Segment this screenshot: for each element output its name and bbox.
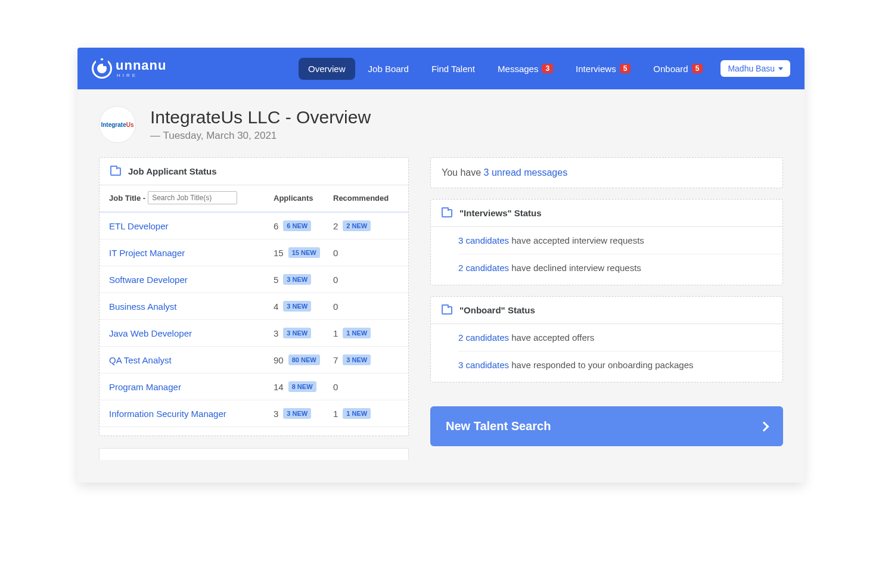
applicants-count: 90: [274, 355, 284, 365]
status-item: 2 candidates have declined interview req…: [458, 254, 782, 281]
table-row: IT Project Manager1515 NEW0: [100, 239, 408, 266]
recommended-new-badge: 1 NEW: [343, 328, 371, 338]
recommended-cell: 73 NEW: [333, 354, 399, 365]
cta-label: New Talent Search: [446, 419, 551, 433]
nav-label: Onboard: [653, 64, 688, 74]
recommended-count: 7: [333, 355, 338, 365]
table-row: Business Analyst43 NEW0: [100, 293, 408, 320]
table-row: ETL Developer66 NEW22 NEW: [100, 213, 408, 239]
status-item: 3 candidates have accepted interview req…: [458, 227, 782, 254]
brand-logo[interactable]: unnanu HIRE: [92, 58, 166, 79]
nav-items: Overview Job Board Find Talent Messages …: [299, 58, 790, 80]
job-title-label: Job Title -: [109, 194, 145, 203]
nav-badge-onboard: 5: [692, 64, 703, 73]
user-name: Madhu Basu: [728, 64, 775, 73]
recommended-new-badge: 1 NEW: [343, 408, 371, 419]
status-text: have accepted interview requests: [509, 235, 644, 245]
page-header: IntegrateUs IntegrateUs LLC - Overview —…: [99, 106, 783, 143]
applicants-cell: 9080 NEW: [274, 354, 333, 365]
interviews-panel-title: "Interviews" Status: [459, 208, 542, 218]
unread-messages-link[interactable]: 3 unread messages: [484, 167, 568, 178]
unread-messages-text: You have 3 unread messages: [442, 167, 567, 178]
next-panel-peek: [99, 448, 409, 460]
job-title-link[interactable]: IT Project Manager: [109, 248, 274, 258]
recommended-cell: 11 NEW: [333, 328, 399, 338]
table-row: QA Test Analyst9080 NEW73 NEW: [100, 347, 408, 374]
status-text: have declined interview requests: [509, 263, 641, 273]
nav-badge-interviews: 5: [620, 64, 631, 73]
page-date: — Tuesday, March 30, 2021: [150, 130, 371, 142]
job-title-link[interactable]: QA Test Analyst: [109, 355, 274, 365]
table-row: Program Manager148 NEW0: [100, 374, 408, 400]
nav-find-talent[interactable]: Find Talent: [422, 58, 485, 80]
status-text: have responded to your onboarding packag…: [509, 360, 693, 370]
brand-logo-icon: [92, 58, 112, 79]
applicants-new-badge: 3 NEW: [283, 274, 311, 285]
recommended-count: 0: [333, 382, 338, 392]
applicants-cell: 66 NEW: [274, 220, 333, 231]
recommended-cell: 0: [333, 382, 399, 392]
nav-messages[interactable]: Messages 3: [488, 58, 563, 80]
candidates-link[interactable]: 2 candidates: [458, 263, 509, 273]
recommended-count: 0: [333, 275, 338, 285]
job-table-header: Job Title - Applicants Recommended: [100, 185, 408, 213]
company-logo: IntegrateUs: [99, 106, 136, 143]
recommended-cell: 0: [333, 275, 399, 285]
recommended-new-badge: 3 NEW: [343, 354, 371, 365]
applicants-cell: 33 NEW: [274, 408, 333, 419]
folder-icon: [110, 167, 121, 176]
nav-interviews[interactable]: Interviews 5: [566, 58, 640, 80]
table-row: Information Security Manager33 NEW11 NEW: [100, 400, 408, 427]
applicants-cell: 53 NEW: [274, 274, 333, 285]
status-item: 3 candidates have responded to your onbo…: [458, 351, 782, 378]
candidates-link[interactable]: 3 candidates: [458, 235, 509, 245]
recommended-count: 1: [333, 409, 338, 419]
col-header-applicants: Applicants: [274, 194, 333, 203]
nav-badge-messages: 3: [542, 64, 553, 73]
job-applicant-status-panel: Job Applicant Status Job Title - Applica…: [99, 157, 409, 436]
applicants-new-badge: 3 NEW: [283, 408, 311, 419]
nav-overview[interactable]: Overview: [299, 58, 355, 80]
interviews-status-panel: "Interviews" Status 3 candidates have ac…: [430, 199, 783, 285]
applicants-count: 6: [274, 221, 278, 231]
applicants-count: 15: [274, 248, 284, 258]
applicants-cell: 148 NEW: [274, 381, 333, 392]
job-rows[interactable]: ETL Developer66 NEW22 NEWIT Project Mana…: [100, 213, 408, 435]
navbar: unnanu HIRE Overview Job Board Find Tale…: [77, 48, 805, 89]
job-title-link[interactable]: Program Manager: [109, 382, 274, 392]
chevron-right-icon: [759, 421, 769, 431]
job-title-link[interactable]: Information Security Manager: [109, 409, 274, 419]
candidates-link[interactable]: 3 candidates: [458, 360, 509, 370]
job-title-link[interactable]: ETL Developer: [109, 221, 274, 231]
applicants-cell: 33 NEW: [274, 328, 333, 338]
applicants-count: 14: [274, 382, 284, 392]
job-title-link[interactable]: Business Analyst: [109, 301, 274, 312]
nav-job-board[interactable]: Job Board: [359, 58, 418, 80]
recommended-count: 2: [333, 221, 338, 231]
nav-onboard[interactable]: Onboard 5: [644, 58, 712, 80]
col-header-recommended: Recommended: [333, 194, 399, 203]
table-row: Software Developer53 NEW0: [100, 266, 408, 293]
brand-subtitle: HIRE: [117, 73, 166, 78]
job-title-search-input[interactable]: [148, 191, 237, 204]
nav-label: Messages: [498, 64, 538, 74]
job-title-link[interactable]: Java Web Developer: [109, 328, 274, 338]
folder-icon: [442, 306, 452, 315]
applicants-new-badge: 3 NEW: [283, 301, 311, 312]
table-row: Java Web Developer33 NEW11 NEW: [100, 320, 408, 347]
job-title-link[interactable]: Software Developer: [109, 275, 274, 285]
nav-label: Find Talent: [431, 64, 475, 74]
brand-name: unnanu: [116, 59, 166, 72]
applicants-new-badge: 8 NEW: [288, 381, 316, 392]
nav-label: Overview: [308, 64, 346, 74]
chevron-down-icon: [778, 67, 783, 70]
candidates-link[interactable]: 2 candidates: [458, 332, 509, 343]
new-talent-search-button[interactable]: New Talent Search: [430, 406, 783, 446]
page-title: IntegrateUs LLC - Overview: [150, 107, 371, 127]
applicants-count: 5: [274, 275, 278, 285]
user-menu-button[interactable]: Madhu Basu: [720, 60, 790, 77]
nav-label: Interviews: [576, 64, 616, 74]
applicants-count: 3: [274, 328, 278, 338]
recommended-cell: 0: [333, 248, 399, 258]
onboard-panel-title: "Onboard" Status: [459, 305, 535, 315]
